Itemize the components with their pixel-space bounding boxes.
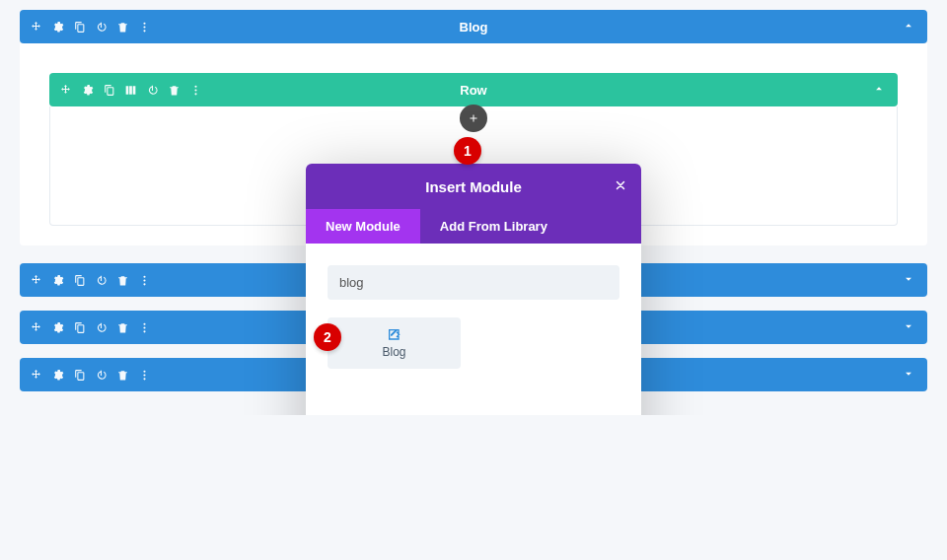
more-icon[interactable] [134,317,154,337]
svg-point-3 [194,85,196,87]
svg-point-10 [143,326,145,328]
section-label: Blog [460,20,488,35]
expand-icon[interactable] [902,272,915,289]
move-icon[interactable] [55,80,75,100]
power-icon[interactable] [142,80,162,100]
columns-icon[interactable] [120,80,140,100]
close-icon[interactable] [614,178,627,195]
svg-point-0 [143,22,145,24]
expand-icon[interactable] [902,319,915,336]
duplicate-icon[interactable] [69,317,89,337]
section-bar-blog[interactable]: Blog [20,10,927,43]
module-tile-blog[interactable]: Blog [328,317,461,369]
power-icon[interactable] [91,365,110,385]
settings-icon[interactable] [47,317,67,337]
builder-canvas: Blog Row [20,10,927,391]
section-bar-icons [20,365,160,385]
insert-module-modal: Insert Module New Module Add From Librar… [306,164,641,415]
svg-point-11 [143,330,145,332]
duplicate-icon[interactable] [69,365,89,385]
annotation-callout-2: 2 [314,323,341,351]
settings-icon[interactable] [47,270,67,290]
delete-icon[interactable] [164,80,183,100]
duplicate-icon[interactable] [69,17,89,36]
annotation-callout-1: 1 [454,137,481,165]
modal-header: Insert Module [306,164,641,209]
settings-icon[interactable] [47,17,67,36]
module-search-input[interactable] [328,265,619,300]
module-tile-label: Blog [382,345,405,359]
svg-point-1 [143,26,145,28]
more-icon[interactable] [185,80,205,100]
tab-new-module[interactable]: New Module [306,209,420,244]
svg-point-2 [143,30,145,32]
tab-add-from-library[interactable]: Add From Library [420,209,567,244]
expand-icon[interactable] [902,367,915,384]
svg-point-14 [143,378,145,380]
delete-icon[interactable] [112,270,132,290]
settings-icon[interactable] [47,365,67,385]
section-bar-icons [20,17,160,36]
blog-icon [387,327,402,343]
modal-tabs: New Module Add From Library [306,209,641,244]
modal-title: Insert Module [425,178,522,195]
row-label: Row [460,83,486,98]
svg-point-8 [143,283,145,285]
delete-icon[interactable] [112,317,132,337]
move-icon[interactable] [26,317,45,337]
duplicate-icon[interactable] [69,270,89,290]
svg-point-9 [143,322,145,324]
section-bar-icons [20,270,160,290]
collapse-icon[interactable] [902,19,915,35]
delete-icon[interactable] [112,365,132,385]
settings-icon[interactable] [77,80,97,100]
svg-point-12 [143,370,145,372]
more-icon[interactable] [134,270,154,290]
move-icon[interactable] [26,270,45,290]
power-icon[interactable] [91,17,110,36]
svg-point-7 [143,279,145,281]
duplicate-icon[interactable] [99,80,118,100]
svg-point-4 [194,89,196,91]
row-bar-icons [49,80,211,100]
move-icon[interactable] [26,17,45,36]
move-icon[interactable] [26,365,45,385]
collapse-icon[interactable] [872,82,886,99]
row-bar[interactable]: Row [49,73,898,106]
svg-point-13 [143,374,145,376]
power-icon[interactable] [91,270,110,290]
add-module-button[interactable] [460,105,487,132]
delete-icon[interactable] [112,17,132,36]
power-icon[interactable] [91,317,110,337]
more-icon[interactable] [134,365,154,385]
section-bar-icons [20,317,160,337]
svg-point-6 [143,275,145,277]
modal-body: Blog [306,244,641,415]
more-icon[interactable] [134,17,154,36]
svg-point-5 [194,93,196,95]
